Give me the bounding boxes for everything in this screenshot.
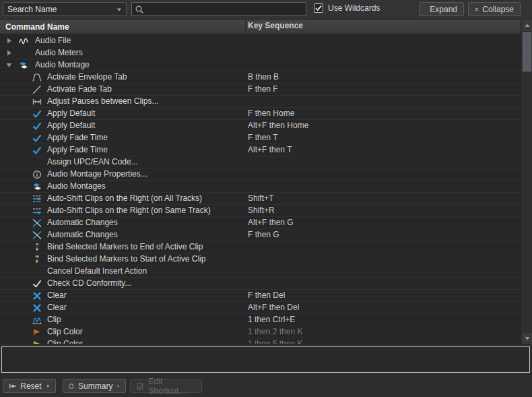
scrollbar-thumb[interactable]: [523, 32, 531, 71]
summary-button-label: Summary: [78, 381, 112, 391]
key-sequence: Alt+F then Del: [248, 302, 299, 313]
table-row[interactable]: Audio Meters: [0, 47, 521, 59]
column-header-key-sequence[interactable]: Key Sequence: [248, 20, 303, 32]
vertical-scrollbar[interactable]: [521, 20, 532, 344]
checkbox-checked-icon: [314, 3, 323, 13]
key-sequence: Shift+T: [248, 193, 273, 204]
blue-x-icon: [32, 291, 42, 301]
bind-marker-end-icon: [32, 243, 42, 252]
column-header-command-name[interactable]: Command Name: [5, 22, 69, 32]
command-name: Activate Envelope Tab: [47, 71, 127, 83]
table-row[interactable]: Cancel Default Insert Action: [0, 266, 521, 278]
table-row[interactable]: Clear F then Del: [0, 290, 521, 302]
table-row[interactable]: Automatic Changes F then G: [0, 229, 521, 241]
table-row[interactable]: Apply Default Alt+F then Home: [0, 120, 521, 132]
search-field[interactable]: [131, 2, 306, 16]
table-row[interactable]: Automatic Changes Alt+F then G: [0, 217, 521, 229]
blue-check-icon: [32, 121, 42, 131]
command-name: Assign UPC/EAN Code...: [47, 156, 138, 168]
command-name: Audio Montage Properties...: [47, 169, 147, 180]
command-name: Audio Meters: [35, 47, 83, 59]
command-name: Automatic Changes: [47, 229, 118, 241]
summary-button[interactable]: Summary: [63, 379, 126, 393]
table-row[interactable]: Clip Color 1 then 5 then K: [0, 338, 521, 344]
table-row[interactable]: Audio File: [0, 35, 521, 47]
command-name: Activate Fade Tab: [47, 84, 112, 95]
table-row[interactable]: Clip 1 then Ctrl+E: [0, 314, 521, 326]
search-input[interactable]: [144, 4, 303, 15]
table-row[interactable]: Clear Alt+F then Del: [0, 302, 521, 314]
key-sequence: F then F: [248, 84, 278, 95]
table-row[interactable]: Activate Envelope Tab B then B: [0, 71, 521, 84]
table-row[interactable]: Bind Selected Markers to Start of Active…: [0, 253, 521, 266]
envelope-icon: [32, 73, 42, 82]
scroll-up-button[interactable]: [522, 20, 532, 31]
command-name: Audio Montages: [47, 181, 106, 192]
command-name: Clear: [47, 290, 67, 301]
collapse-button-label: Collapse: [482, 5, 514, 14]
search-icon: [135, 5, 144, 14]
scroll-down-button[interactable]: [522, 333, 532, 344]
table-row[interactable]: Audio Montage Properties...: [0, 169, 521, 181]
table-row[interactable]: Apply Fade Time Alt+F then T: [0, 144, 521, 156]
audio-file-waveform-icon: [19, 36, 28, 46]
footer-bar: Reset Summary Edit Shortcut...: [0, 373, 532, 397]
reset-button-label: Reset: [20, 381, 41, 391]
fade-icon: [32, 85, 42, 94]
info-icon: [32, 170, 42, 179]
blue-check-icon: [32, 109, 42, 119]
command-name: Adjust Pauses between Clips...: [47, 96, 158, 107]
table-row[interactable]: Auto-Shift Clips on the Right (on Same T…: [0, 205, 521, 217]
table-row[interactable]: Apply Fade Time F then T: [0, 132, 521, 144]
column-divider[interactable]: [245, 20, 246, 34]
table-row[interactable]: Clip Color 1 then 2 then K: [0, 326, 521, 338]
table-row[interactable]: Assign UPC/EAN Code...: [0, 156, 521, 169]
command-tree: Audio File Audio Meters Audio Montage Ac…: [0, 35, 521, 344]
table-row[interactable]: Activate Fade Tab F then F: [0, 84, 521, 96]
command-name: Automatic Changes: [47, 217, 118, 228]
collapse-tree-icon: [475, 5, 478, 14]
command-name: Clip: [47, 314, 61, 326]
table-row[interactable]: Audio Montages: [0, 181, 521, 193]
expander-expanded-icon[interactable]: [5, 61, 13, 69]
command-name: Auto-Shift Clips on the Right (on All Tr…: [47, 193, 202, 204]
table-row[interactable]: Adjust Pauses between Clips...: [0, 96, 521, 108]
search-scope-select[interactable]: Search Name: [3, 2, 127, 16]
collapse-button[interactable]: Collapse: [468, 2, 521, 16]
use-wildcards-checkbox[interactable]: Use Wildcards: [314, 3, 380, 13]
command-name: Auto-Shift Clips on the Right (on Same T…: [47, 205, 211, 216]
edit-shortcut-button: Edit Shortcut...: [130, 379, 202, 393]
expand-button-label: Expand: [430, 5, 457, 14]
bind-marker-start-icon: [32, 255, 42, 264]
table-row[interactable]: Bind Selected Markers to End of Active C…: [0, 241, 521, 253]
key-sequence: 1 then 2 then K: [248, 326, 302, 338]
key-sequence: 1 then Ctrl+E: [248, 314, 295, 326]
expander-collapsed-icon[interactable]: [5, 37, 13, 44]
toolbar: Search Name Use Wildcards Expand Collaps…: [0, 0, 532, 20]
key-sequence: F then G: [248, 229, 279, 241]
table-row[interactable]: Audio Montage: [0, 59, 521, 71]
shortcut-editor-window: Search Name Use Wildcards Expand Collaps…: [0, 0, 532, 397]
crossfade-icon: [32, 231, 42, 240]
arrow-up-icon: [524, 22, 531, 29]
expander-collapsed-icon[interactable]: [5, 49, 13, 57]
command-name: Bind Selected Markers to Start of Active…: [47, 253, 205, 265]
clip-color-orange-icon: [32, 328, 42, 337]
command-name: Bind Selected Markers to End of Active C…: [47, 241, 203, 253]
edit-shortcut-check-icon: [136, 381, 145, 391]
chevron-down-icon: [117, 384, 120, 389]
command-name: Clear: [47, 302, 67, 313]
auto-shift-same-track-icon: [32, 206, 42, 216]
table-row[interactable]: Auto-Shift Clips on the Right (on All Tr…: [0, 193, 521, 205]
key-sequence: Alt+F then G: [248, 217, 294, 228]
table-row[interactable]: Apply Default F then Home: [0, 108, 521, 120]
key-sequence: 1 then 5 then K: [248, 338, 302, 344]
use-wildcards-label: Use Wildcards: [328, 3, 380, 13]
document-icon: [69, 381, 74, 391]
key-sequence: F then Del: [248, 290, 285, 301]
expand-button[interactable]: Expand: [419, 2, 464, 16]
audio-montage-icon: [32, 182, 42, 191]
reset-button[interactable]: Reset: [3, 379, 56, 393]
key-sequence: Alt+F then Home: [248, 120, 308, 131]
table-row[interactable]: Check CD Conformity...: [0, 278, 521, 290]
